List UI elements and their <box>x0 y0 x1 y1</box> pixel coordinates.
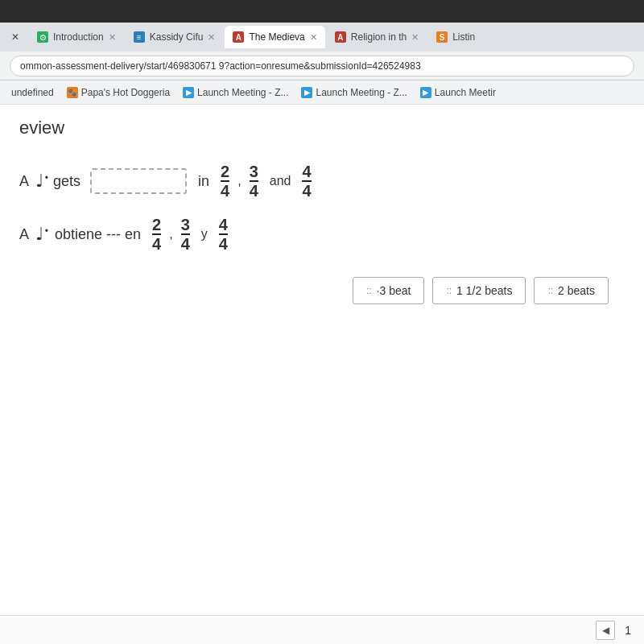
tab-religion-close[interactable]: ✕ <box>411 32 419 43</box>
q1-frac1-num: 2 <box>221 163 229 180</box>
tab-medieva-label: The Medieva <box>249 31 304 43</box>
question2-line: A ♩• obtiene --- en 2 4 , 3 4 y <box>19 216 625 253</box>
q2-obtiene: obtiene --- en <box>55 226 141 243</box>
tab-listin-icon: S <box>436 31 448 43</box>
tab-medieva-close[interactable]: ✕ <box>310 32 317 43</box>
bookmarks-bar: undefined 🐾 Papa's Hot Doggeria ▶ Launch… <box>0 80 644 105</box>
bookmark-launch1-label: Launch Meeting - Z... <box>197 87 288 98</box>
tab-introduction-close[interactable]: ✕ <box>109 32 116 43</box>
q1-comma1: , <box>237 174 241 188</box>
q2-y: y <box>201 227 208 242</box>
drag-icon-3: :: <box>547 285 553 296</box>
answer-btn-2beats-label: 2 beats <box>558 284 595 297</box>
q1-prefix: A <box>19 173 29 190</box>
bookmark-launch2-icon: ▶ <box>301 87 312 98</box>
bookmark-launch2-label: Launch Meeting - Z... <box>316 87 407 98</box>
answer-btn-1.5beats-label: 1 1/2 beats <box>456 284 512 297</box>
bookmark-doggeria[interactable]: 🐾 Papa's Hot Doggeria <box>62 85 175 100</box>
drag-icon-2: :: <box>446 285 452 296</box>
answer-btn-1.5beats[interactable]: :: 1 1/2 beats <box>432 277 526 304</box>
question2: A ♩• obtiene --- en 2 4 , 3 4 y <box>19 216 625 253</box>
browser-window: ✕ ⊙ Introduction ✕ ≡ Kassidy Cifu ✕ A Th… <box>0 0 644 644</box>
tab-kassidy-close[interactable]: ✕ <box>208 32 215 43</box>
q1-blank-box[interactable] <box>90 168 187 194</box>
question1-line: A ♩• gets in 2 4 , 3 4 and <box>19 163 625 200</box>
bookmark-undefined[interactable]: undefined <box>6 85 59 100</box>
q2-frac2: 3 4 <box>181 216 190 253</box>
tab-introduction-label: Introduction <box>53 31 104 43</box>
tab-kassidy[interactable]: ≡ Kassidy Cifu ✕ <box>126 26 224 48</box>
bookmark-launch3-label: Launch Meetir <box>435 87 496 98</box>
content-area: eview A ♩• gets in 2 4 , 3 4 <box>0 105 644 644</box>
bookmark-undefined-label: undefined <box>11 87 54 98</box>
bottom-bar: ◀ 1 <box>0 615 644 644</box>
answer-choices: :: ·3 beat :: 1 1/2 beats :: 2 beats <box>19 277 625 304</box>
q1-note: ♩• <box>35 171 43 192</box>
tab-medieva-icon: A <box>233 31 244 43</box>
q1-frac2-num: 3 <box>250 163 258 180</box>
q1-and: and <box>270 174 291 188</box>
answer-btn-2beats[interactable]: :: 2 beats <box>534 277 609 304</box>
q1-frac1: 2 4 <box>221 163 229 200</box>
q2-frac3: 4 4 <box>219 216 228 253</box>
address-input[interactable] <box>10 56 634 76</box>
tab-religion-label: Religion in th <box>351 31 407 43</box>
q2-frac1: 2 4 <box>152 216 161 253</box>
q2-frac2-den: 4 <box>181 233 190 253</box>
top-bar <box>0 0 644 23</box>
q2-frac3-den: 4 <box>219 233 228 253</box>
q2-frac1-num: 2 <box>152 216 161 233</box>
bookmark-launch2[interactable]: ▶ Launch Meeting - Z... <box>296 85 411 100</box>
bookmark-launch3[interactable]: ▶ Launch Meetir <box>415 85 501 100</box>
page-title: eview <box>19 118 625 138</box>
tab-religion-icon: A <box>335 31 346 43</box>
question1: A ♩• gets in 2 4 , 3 4 and <box>19 163 625 200</box>
tab-religion[interactable]: A Religion in th ✕ <box>327 26 427 48</box>
bookmark-doggeria-label: Papa's Hot Doggeria <box>81 87 170 98</box>
q2-prefix: A <box>19 226 29 243</box>
tab-close-x[interactable]: ✕ <box>3 26 27 48</box>
prev-page-button[interactable]: ◀ <box>596 621 615 640</box>
q1-in: in <box>198 173 209 190</box>
answer-btn-3beat[interactable]: :: ·3 beat <box>353 277 425 304</box>
address-bar <box>0 52 644 80</box>
q2-comma1: , <box>169 227 172 242</box>
tab-medieva[interactable]: A The Medieva ✕ <box>225 26 324 48</box>
bookmark-launch1-icon: ▶ <box>183 87 194 98</box>
q1-frac1-den: 4 <box>221 180 229 200</box>
drag-icon-1: :: <box>366 285 372 296</box>
q2-frac3-num: 4 <box>219 216 228 233</box>
q2-note: ♩• <box>35 224 43 245</box>
q1-frac3-num: 4 <box>302 163 311 180</box>
q1-frac3-den: 4 <box>302 180 311 200</box>
tab-listin-label: Listin <box>452 31 475 43</box>
q1-frac3: 4 4 <box>302 163 311 200</box>
q2-frac1-den: 4 <box>152 233 161 253</box>
tab-kassidy-label: Kassidy Cifu <box>150 31 204 43</box>
answer-btn-3beat-label: ·3 beat <box>377 284 411 297</box>
q1-frac2-den: 4 <box>250 180 258 200</box>
q1-frac2: 3 4 <box>250 163 258 200</box>
bookmark-doggeria-icon: 🐾 <box>67 87 78 98</box>
bookmark-launch1[interactable]: ▶ Launch Meeting - Z... <box>178 85 293 100</box>
tab-introduction[interactable]: ⊙ Introduction ✕ <box>29 26 124 48</box>
tab-bar: ✕ ⊙ Introduction ✕ ≡ Kassidy Cifu ✕ A Th… <box>0 23 644 52</box>
bookmark-launch3-icon: ▶ <box>420 87 431 98</box>
tab-kassidy-icon: ≡ <box>134 31 145 43</box>
tab-introduction-icon: ⊙ <box>37 31 48 43</box>
page-number: 1 <box>625 624 631 637</box>
q1-gets: gets <box>53 173 80 190</box>
tab-listin[interactable]: S Listin <box>428 26 483 48</box>
tab-x-label: ✕ <box>11 31 19 43</box>
q2-frac2-num: 3 <box>181 216 190 233</box>
